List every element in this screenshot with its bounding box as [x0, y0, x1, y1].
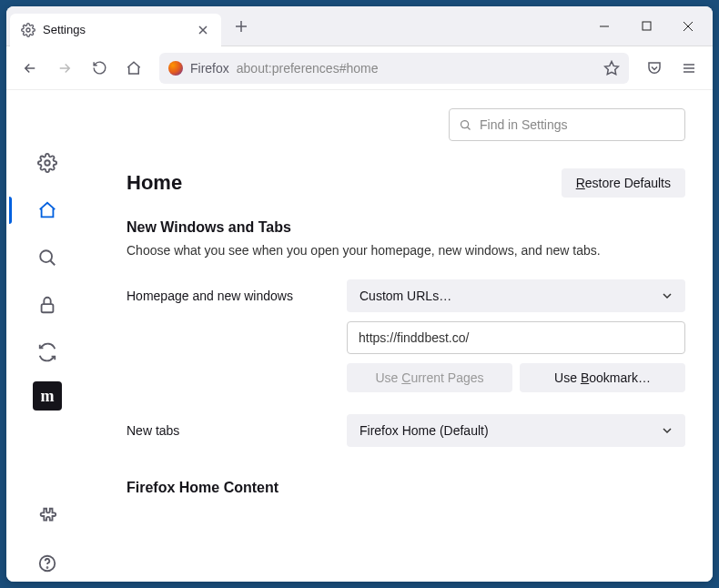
- navigation-toolbar: Firefox about:preferences#home: [6, 46, 713, 90]
- section-title: New Windows and Tabs: [127, 219, 685, 236]
- url-bar[interactable]: Firefox about:preferences#home: [159, 53, 629, 84]
- homepage-label: Homepage and new windows: [127, 289, 336, 303]
- minimize-button[interactable]: [583, 12, 625, 41]
- tab-strip: Settings: [6, 6, 713, 46]
- chevron-down-icon: [662, 290, 673, 301]
- app-menu-button[interactable]: [674, 54, 704, 83]
- sidebar-item-privacy[interactable]: [29, 287, 66, 323]
- svg-point-3: [45, 160, 50, 166]
- newtabs-mode-select[interactable]: Firefox Home (Default): [347, 414, 685, 447]
- close-button[interactable]: [667, 12, 709, 41]
- bookmark-star-icon[interactable]: [603, 60, 620, 76]
- firefox-icon: [168, 61, 183, 76]
- svg-rect-1: [643, 22, 651, 30]
- window-controls: [583, 12, 709, 41]
- sidebar-item-extensions[interactable]: [29, 498, 66, 534]
- content-area: m Find in Settings Home Restore Defaults: [6, 90, 713, 582]
- new-tab-button[interactable]: [228, 14, 254, 39]
- chevron-down-icon: [662, 425, 673, 436]
- page-title: Home: [127, 171, 182, 195]
- gear-icon: [21, 23, 35, 37]
- back-button[interactable]: [15, 54, 45, 83]
- sidebar-item-more-mozilla[interactable]: m: [33, 381, 62, 411]
- home-button[interactable]: [119, 54, 148, 83]
- preferences-sidebar: m: [6, 90, 88, 582]
- pocket-button[interactable]: [640, 54, 669, 83]
- reload-button[interactable]: [85, 54, 114, 83]
- preferences-main: Find in Settings Home Restore Defaults N…: [88, 90, 713, 582]
- browser-window: Settings: [6, 6, 713, 582]
- browser-tab[interactable]: Settings: [10, 14, 221, 46]
- svg-point-8: [461, 120, 469, 127]
- urlbar-identity: Firefox: [190, 61, 229, 76]
- svg-point-4: [40, 250, 52, 262]
- tab-title: Settings: [43, 23, 188, 36]
- find-in-settings-input[interactable]: Find in Settings: [449, 108, 685, 141]
- close-icon[interactable]: [196, 23, 210, 37]
- newtabs-label: New tabs: [127, 423, 336, 438]
- svg-marker-2: [605, 61, 619, 74]
- sidebar-item-search[interactable]: [29, 239, 66, 276]
- sidebar-item-general[interactable]: [29, 145, 66, 181]
- restore-defaults-button[interactable]: Restore Defaults: [562, 168, 685, 198]
- select-value: Custom URLs…: [360, 289, 451, 303]
- homepage-mode-select[interactable]: Custom URLs…: [347, 279, 685, 312]
- search-icon: [459, 118, 472, 132]
- use-bookmark-button[interactable]: Use Bookmark…: [520, 363, 685, 392]
- svg-point-7: [47, 567, 48, 568]
- section-title-2: Firefox Home Content: [127, 480, 685, 496]
- urlbar-url: about:preferences#home: [237, 61, 596, 76]
- homepage-url-input[interactable]: [347, 321, 685, 354]
- forward-button: [50, 54, 79, 83]
- section-description: Choose what you see when you open your h…: [127, 243, 685, 258]
- sidebar-item-help[interactable]: [29, 545, 66, 582]
- sidebar-item-sync[interactable]: [29, 334, 66, 370]
- maximize-button[interactable]: [625, 12, 667, 41]
- use-current-pages-button: Use Current Pages: [347, 363, 512, 392]
- select-value: Firefox Home (Default): [360, 423, 489, 438]
- svg-rect-5: [42, 304, 54, 312]
- sidebar-item-home[interactable]: [29, 192, 66, 228]
- search-placeholder: Find in Settings: [480, 117, 568, 132]
- svg-point-0: [26, 28, 30, 32]
